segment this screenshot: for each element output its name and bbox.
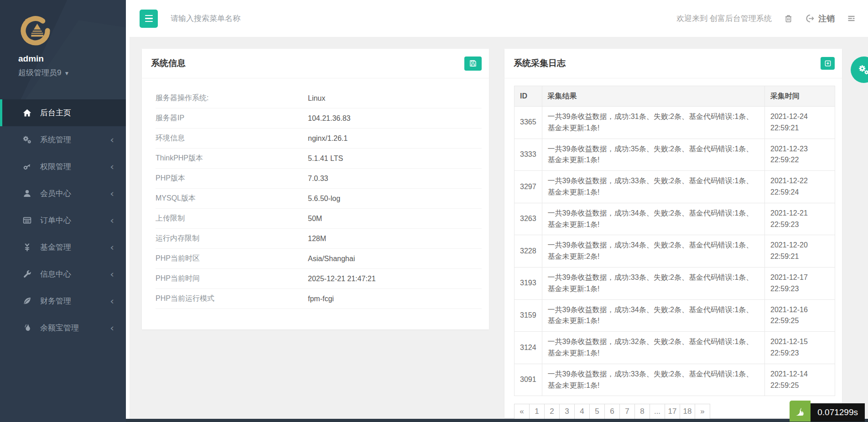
leaf-icon: [21, 296, 33, 306]
pagination-item[interactable]: 3: [559, 404, 575, 419]
collect-log-row: 3124 一共39条收益数据，成功:32条、失败:2条、基金代码错误:1条、基金…: [515, 332, 835, 364]
column-time: 采集时间: [765, 86, 835, 107]
logout-button[interactable]: 注销: [805, 13, 835, 24]
chevron-left-icon: ‹: [110, 187, 114, 199]
pagination-item[interactable]: 8: [634, 404, 650, 419]
chevron-left-icon: ‹: [110, 241, 114, 252]
thinkphp-trace-button[interactable]: [790, 401, 811, 422]
sidebar-menu-item[interactable]: 权限管理 ‹: [0, 153, 126, 180]
system-info-header: 系统信息: [142, 49, 489, 78]
info-value: 2025-12-21 21:47:21: [308, 275, 376, 283]
pagination-item[interactable]: 6: [604, 404, 620, 419]
system-info-table: 服务器操作系统: Linux 服务器IP 104.21.36.83 环境信息 n…: [156, 88, 482, 309]
sidebar-menu-item[interactable]: 系统管理 ‹: [0, 126, 126, 153]
log-id-cell: 3297: [515, 171, 542, 203]
sidebar-menu-item[interactable]: 信息中心 ‹: [0, 261, 126, 288]
info-value: 50M: [308, 215, 322, 223]
pagination-item[interactable]: 2: [544, 404, 560, 419]
sidebar-menu-item-label: 基金管理: [40, 242, 71, 252]
chevron-left-icon: ‹: [110, 295, 114, 306]
sidebar-menu: 后台主页 ‹ 系统管理 ‹ 权限管理 ‹ 会员中心 ‹: [0, 99, 126, 341]
save-button[interactable]: [464, 57, 482, 71]
log-result-cell: 一共39条收益数据，成功:33条、失败:2条、基金代码错误:1条、基金未更新:1…: [542, 171, 764, 203]
pagination-item[interactable]: »: [695, 404, 710, 419]
system-info-row: PHP当前时间 2025-12-21 21:47:21: [156, 269, 482, 289]
log-id-cell: 3263: [515, 203, 542, 235]
log-time-cell: 2021-12-21 22:59:23: [765, 203, 835, 235]
info-value: nginx/1.26.1: [308, 134, 348, 143]
system-info-row: ThinkPHP版本 5.1.41 LTS: [156, 149, 482, 169]
sidebar-menu-item[interactable]: 后台主页 ‹: [0, 99, 126, 126]
sidebar-menu-item-label: 信息中心: [40, 269, 71, 279]
username: admin: [18, 54, 126, 64]
info-label: 运行内存限制: [156, 234, 308, 243]
sidebar-menu-item-label: 余额宝管理: [40, 323, 79, 333]
system-info-row: 上传限制 50M: [156, 209, 482, 229]
column-result: 采集结果: [542, 86, 764, 107]
pagination-item[interactable]: 7: [619, 404, 635, 419]
info-label: 服务器IP: [156, 113, 308, 123]
welcome-text: 欢迎来到 创富后台管理系统: [676, 13, 772, 24]
role-dropdown[interactable]: 超级管理员9▼: [18, 67, 126, 78]
topbar: 欢迎来到 创富后台管理系统 注销: [126, 0, 868, 37]
sidebar-menu-item-label: 财务管理: [40, 296, 71, 306]
log-time-cell: 2021-12-20 22:59:21: [765, 235, 835, 268]
sidebar-menu-item[interactable]: 余额宝管理 ‹: [0, 314, 126, 341]
sidebar-menu-item[interactable]: 基金管理 ‹: [0, 234, 126, 261]
add-button[interactable]: [821, 57, 835, 70]
info-value: 5.6.50-log: [308, 195, 340, 203]
info-value: 5.1.41 LTS: [308, 154, 343, 163]
system-info-row: 服务器IP 104.21.36.83: [156, 108, 482, 129]
info-value: 104.21.36.83: [308, 114, 350, 123]
log-result-cell: 一共39条收益数据，成功:32条、失败:2条、基金代码错误:1条、基金未更新:1…: [542, 332, 764, 364]
trash-icon: [784, 14, 793, 23]
chevron-left-icon: ‹: [110, 160, 114, 172]
collect-log-row: 3193 一共39条收益数据，成功:33条、失败:2条、基金代码错误:1条、基金…: [515, 267, 835, 299]
panel-list-toggle-button[interactable]: [847, 14, 856, 23]
log-id-cell: 3228: [515, 235, 542, 268]
sidebar-menu-item[interactable]: 财务管理 ‹: [0, 288, 126, 314]
system-info-row: MYSQL版本 5.6.50-log: [156, 189, 482, 209]
app-logo: [18, 14, 52, 47]
info-value: fpm-fcgi: [308, 295, 334, 303]
menu-search-input[interactable]: [171, 14, 317, 23]
log-result-cell: 一共39条收益数据，成功:33条、失败:2条、基金代码错误:1条、基金未更新:1…: [542, 267, 764, 299]
log-result-cell: 一共39条收益数据，成功:34条、失败:2条、基金代码错误:1条、基金未更新:1…: [542, 299, 764, 332]
clear-cache-button[interactable]: [784, 14, 793, 23]
log-id-cell: 3159: [515, 299, 542, 332]
fire-icon: [21, 323, 33, 333]
pagination-item[interactable]: «: [514, 404, 530, 419]
collect-log-row: 3091 一共39条收益数据，成功:33条、失败:2条、基金代码错误:1条、基金…: [515, 364, 835, 396]
collect-log-title: 系统采集日志: [514, 57, 566, 69]
pagination-item[interactable]: ...: [650, 404, 665, 419]
sidebar-menu-item[interactable]: 会员中心 ‹: [0, 180, 126, 207]
info-label: 上传限制: [156, 214, 308, 223]
pagination-item[interactable]: 5: [589, 404, 605, 419]
sign-out-icon: [805, 14, 815, 23]
pagination-item[interactable]: 17: [665, 404, 680, 419]
info-value: Asia/Shanghai: [308, 255, 355, 263]
collect-settings-fab[interactable]: [851, 57, 868, 83]
sidebar-toggle-button[interactable]: [140, 10, 158, 28]
log-id-cell: 3333: [515, 139, 542, 171]
log-time-cell: 2021-12-17 22:59:23: [765, 267, 835, 299]
chevron-left-icon: ‹: [110, 134, 114, 145]
system-info-title: 系统信息: [151, 57, 186, 69]
sidebar-menu-item[interactable]: 订单中心 ‹: [0, 207, 126, 234]
log-result-cell: 一共39条收益数据，成功:34条、失败:2条、基金代码错误:1条、基金未更新:2…: [542, 235, 764, 268]
user-icon: [21, 189, 33, 199]
log-result-cell: 一共39条收益数据，成功:34条、失败:2条、基金代码错误:1条、基金未更新:1…: [542, 203, 764, 235]
pagination-item[interactable]: 1: [529, 404, 545, 419]
info-label: 环境信息: [156, 134, 308, 143]
log-id-cell: 3091: [515, 364, 542, 396]
caret-down-icon: ▼: [64, 70, 69, 77]
pagination-item[interactable]: 18: [680, 404, 695, 419]
collect-log-table: ID 采集结果 采集时间 3365 一共39条收益数据，成功:31条、失败:2条…: [514, 86, 835, 396]
order-list-icon: [21, 216, 33, 226]
pagination-item[interactable]: 4: [574, 404, 590, 419]
list-toggle-icon: [847, 14, 856, 23]
key-icon: [21, 162, 33, 172]
system-info-row: 运行内存限制 128M: [156, 229, 482, 249]
logout-label: 注销: [818, 13, 835, 24]
info-label: MYSQL版本: [156, 194, 308, 203]
